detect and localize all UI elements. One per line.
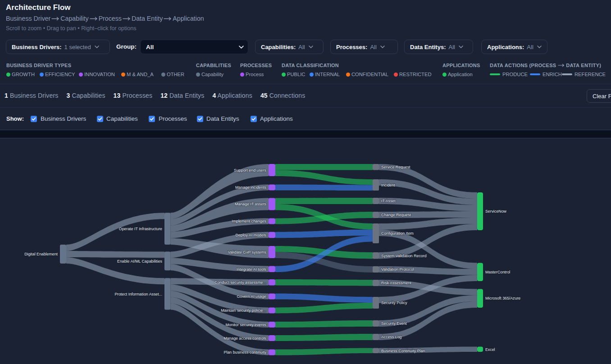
- svg-text:Conduct security assessme...: Conduct security assessme...: [214, 280, 266, 285]
- svg-text:Security Policy: Security Policy: [381, 300, 407, 305]
- svg-text:Integrate AI tools: Integrate AI tools: [237, 267, 267, 272]
- svg-text:System Validation Record: System Validation Record: [381, 254, 427, 258]
- svg-text:Microsoft 365/Azure: Microsoft 365/Azure: [485, 296, 520, 300]
- svg-text:ServiceNow: ServiceNow: [485, 209, 507, 214]
- svg-text:Enable AI/ML Capabilities: Enable AI/ML Capabilities: [117, 259, 163, 264]
- svg-text:Validate GxP systems: Validate GxP systems: [228, 250, 267, 255]
- svg-text:Risk Assessment: Risk Assessment: [381, 281, 412, 285]
- svg-text:Monitor security events: Monitor security events: [226, 323, 267, 327]
- svg-text:Service Request: Service Request: [381, 165, 410, 169]
- svg-text:Support end users: Support end users: [234, 168, 266, 173]
- svg-text:Digital Enablement: Digital Enablement: [24, 252, 58, 256]
- svg-text:Manage IT assets: Manage IT assets: [235, 202, 266, 206]
- svg-text:Implement changes: Implement changes: [232, 219, 266, 223]
- svg-text:Incident: Incident: [381, 183, 395, 187]
- svg-text:Security Event: Security Event: [381, 321, 407, 326]
- svg-text:MasterControl: MasterControl: [485, 270, 510, 274]
- svg-text:IT Asset: IT Asset: [381, 199, 396, 203]
- svg-text:Validation Protocol: Validation Protocol: [381, 267, 414, 272]
- svg-text:Maintain security policie...: Maintain security policie...: [221, 308, 266, 313]
- svg-text:Access Log: Access Log: [381, 335, 402, 339]
- svg-text:Change Request: Change Request: [381, 213, 411, 217]
- svg-text:Plan business continuity: Plan business continuity: [224, 350, 267, 355]
- svg-text:Configuration Item: Configuration Item: [381, 231, 414, 236]
- svg-text:Manage incidents: Manage incidents: [235, 185, 267, 190]
- svg-text:Excel: Excel: [485, 347, 495, 352]
- svg-text:Protect Information Asset...: Protect Information Asset...: [114, 292, 162, 296]
- svg-text:Operate IT Infrastructure: Operate IT Infrastructure: [119, 227, 162, 231]
- svg-text:Business Continuity Plan: Business Continuity Plan: [381, 349, 425, 353]
- svg-text:Manage access controls: Manage access controls: [223, 336, 266, 341]
- svg-text:Deploy AI models: Deploy AI models: [236, 233, 267, 237]
- svg-text:Govern AI usage: Govern AI usage: [237, 294, 266, 299]
